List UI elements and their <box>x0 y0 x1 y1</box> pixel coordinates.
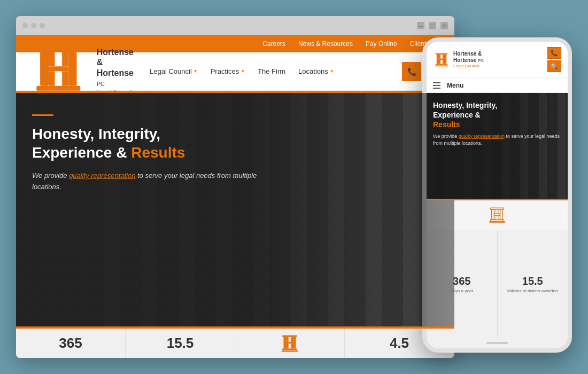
dropdown-arrow-2: ▼ <box>241 69 245 74</box>
hero-subtitle-link[interactable]: quality representation <box>69 172 135 180</box>
nav-locations[interactable]: Locations ▼ <box>298 67 334 75</box>
mobile-hero-content: Honesty, Integrity, Experience & Results… <box>427 93 568 155</box>
svg-rect-26 <box>443 54 444 58</box>
stat-number-365: 365 <box>59 335 82 352</box>
svg-rect-0 <box>36 47 80 52</box>
mobile-hero: Honesty, Integrity, Experience & Results… <box>427 93 568 200</box>
hero-bottom-accent <box>16 326 454 329</box>
stat-logo-center <box>235 329 345 358</box>
svg-rect-25 <box>439 60 440 64</box>
svg-rect-23 <box>439 58 444 59</box>
hero-title-line1: Honesty, Integrity, <box>32 126 160 142</box>
stat-number-155: 15.5 <box>167 335 194 352</box>
mobile-menu-label[interactable]: Menu <box>447 82 463 89</box>
hero-section: Honesty, Integrity, Experience & Results… <box>16 93 454 329</box>
mobile-home-indicator <box>427 338 568 348</box>
mobile-stat-155: 15.5 Millions of dollars awarded <box>498 230 568 338</box>
main-nav: Hortense &Hortense PC Legal Council Lega… <box>16 52 454 91</box>
mobile-hero-title-line2: Experience & <box>433 111 481 119</box>
svg-rect-16 <box>291 337 293 341</box>
svg-rect-19 <box>282 350 298 352</box>
svg-rect-6 <box>62 52 68 66</box>
svg-rect-11 <box>283 337 286 348</box>
mobile-subtitle-link[interactable]: quality representation <box>459 134 505 139</box>
stat-number-45: 4.5 <box>390 335 409 352</box>
mobile-logo-icon <box>433 51 450 68</box>
mobile-center-logo-icon <box>488 206 507 225</box>
hero-content: Honesty, Integrity, Experience & Results… <box>16 93 283 214</box>
browser-controls: — □ ✕ <box>417 22 448 29</box>
mobile-subtitle-before: We provide <box>433 134 459 139</box>
nav-the-firm[interactable]: The Firm <box>258 67 285 75</box>
mobile-stat-label-155: Millions of dollars awarded <box>507 289 558 293</box>
svg-rect-32 <box>500 209 503 220</box>
svg-rect-31 <box>492 209 494 220</box>
mobile-icon-buttons: 📞 🔍 <box>547 47 561 72</box>
logo-name: Hortense &Hortense PC <box>97 47 134 88</box>
dropdown-arrow-3: ▼ <box>330 69 334 74</box>
mobile-stat-number-365: 365 <box>453 275 470 287</box>
stat-logo-icon <box>279 333 300 354</box>
svg-rect-18 <box>282 348 297 350</box>
nav-practices[interactable]: Practices ▼ <box>211 67 245 75</box>
svg-rect-8 <box>36 86 80 91</box>
browser-chrome: — □ ✕ <box>16 16 454 35</box>
stat-155: 15.5 <box>126 329 235 358</box>
mobile-hero-title-line1: Honesty, Integrity, <box>433 101 497 110</box>
svg-rect-27 <box>443 60 444 64</box>
svg-rect-13 <box>287 341 293 343</box>
svg-rect-33 <box>494 214 500 215</box>
hero-title-highlight: Results <box>131 144 185 161</box>
hero-subtitle-before: We provide <box>32 172 69 180</box>
svg-rect-17 <box>291 344 293 348</box>
svg-rect-14 <box>287 337 289 341</box>
close-btn[interactable]: ✕ <box>440 22 448 29</box>
mobile-hamburger-icon[interactable] <box>433 82 440 89</box>
svg-rect-29 <box>435 65 448 66</box>
svg-rect-20 <box>436 53 447 54</box>
nav-legal-council[interactable]: Legal Council ▼ <box>150 67 198 75</box>
phone-icon-btn[interactable]: 📞 <box>402 62 421 81</box>
browser-dot-3 <box>40 23 45 28</box>
hero-title: Honesty, Integrity, Experience & Results <box>32 124 267 162</box>
svg-rect-24 <box>439 54 440 58</box>
hamburger-line-1 <box>433 82 440 83</box>
minimize-btn[interactable]: — <box>417 22 424 29</box>
svg-rect-5 <box>49 72 55 86</box>
stat-365: 365 <box>16 329 126 358</box>
maximize-btn[interactable]: □ <box>429 22 436 29</box>
hero-subtitle: We provide quality representation to ser… <box>32 170 267 193</box>
svg-rect-2 <box>68 52 77 86</box>
mobile-stat-number-155: 15.5 <box>522 275 543 287</box>
desktop-browser: — □ ✕ Careers News & Resources Pay Onlin… <box>16 16 454 358</box>
svg-rect-3 <box>49 66 68 71</box>
mobile-header: Hortense &Hortense PC Legal Council 📞 🔍 <box>427 42 568 78</box>
hero-accent-line <box>32 114 53 116</box>
mobile-phone-btn[interactable]: 📞 <box>547 47 561 59</box>
mobile-hero-title-highlight: Results <box>433 120 460 129</box>
svg-rect-22 <box>444 54 446 64</box>
news-resources-link[interactable]: News & Resources <box>298 40 353 48</box>
svg-rect-10 <box>282 335 297 337</box>
mobile-logo-text: Hortense &Hortense PC Legal Council <box>453 51 484 68</box>
browser-content: Careers News & Resources Pay Online Clie… <box>16 35 454 358</box>
website: Careers News & Resources Pay Online Clie… <box>16 35 454 358</box>
mobile-hero-subtitle: We provide quality representation to ser… <box>433 133 561 147</box>
mobile-logo-name: Hortense &Hortense PC <box>453 51 484 64</box>
mobile-search-btn[interactable]: 🔍 <box>547 60 561 72</box>
mobile-nav-bar: Menu <box>427 78 568 93</box>
mobile-hero-bottom-accent <box>427 199 568 200</box>
mobile-hero-title: Honesty, Integrity, Experience & Results <box>433 100 561 130</box>
pay-online-link[interactable]: Pay Online <box>366 40 397 48</box>
svg-rect-21 <box>437 54 439 64</box>
mobile-logo-area: Hortense &Hortense PC Legal Council <box>433 51 484 68</box>
svg-rect-7 <box>62 72 68 86</box>
scene: — □ ✕ Careers News & Resources Pay Onlin… <box>11 11 577 363</box>
stats-bar: 365 15.5 <box>16 329 454 358</box>
dropdown-arrow: ▼ <box>194 69 198 74</box>
mobile-logo-tagline: Legal Council <box>453 64 484 68</box>
hero-title-line2: Experience & <box>32 144 127 161</box>
main-nav-links: Legal Council ▼ Practices ▼ The Firm Loc… <box>150 67 402 75</box>
svg-rect-28 <box>436 64 447 65</box>
careers-link[interactable]: Careers <box>262 40 285 48</box>
